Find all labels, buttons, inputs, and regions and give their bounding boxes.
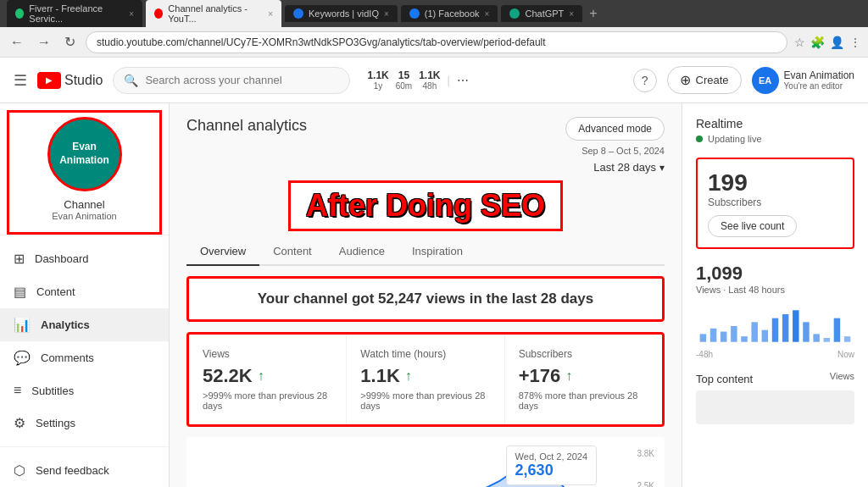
user-avatar[interactable]: EA Evan Animation You're an editor	[752, 67, 854, 94]
sidebar-item-analytics-label: Analytics	[41, 318, 90, 331]
sidebar-item-dashboard[interactable]: ⊞ Dashboard	[0, 242, 169, 275]
sidebar-item-subtitles[interactable]: ≡ Subtitles	[0, 374, 169, 407]
tab-overview[interactable]: Overview	[186, 238, 259, 266]
metrics-row: Views 52.2K ↑ >999% more than previous 2…	[186, 332, 665, 427]
hamburger-menu[interactable]: ☰	[14, 71, 27, 90]
url-bar[interactable]: studio.youtube.com/channel/UCy7E-XOMRn3w…	[86, 31, 787, 53]
tab-keywords[interactable]: Keywords | vidIQ ×	[285, 5, 398, 22]
top-content-placeholder	[696, 390, 854, 424]
stat-60m: 15 60m	[396, 69, 412, 91]
metric-views-value: 52.2K ↑	[203, 365, 332, 387]
tab-fb-label: (1) Facebook	[425, 8, 480, 19]
forward-button[interactable]: →	[34, 31, 54, 53]
star-icon[interactable]: ☆	[794, 36, 805, 49]
stats-divider: |	[448, 74, 450, 86]
yt-header: ☰ Studio 🔍 1.1K 1y 15 60m 1.1K 48h | ⋯	[0, 58, 868, 103]
tab-fiverr-label: Fiverr - Freelance Servic...	[29, 3, 124, 24]
tab-inspiration[interactable]: Inspiration	[398, 238, 476, 266]
metric-watch-time: Watch time (hours) 1.1K ↑ >999% more tha…	[347, 335, 504, 424]
subscribers-box: 199 Subscribers See live count	[696, 158, 854, 249]
tab-fiverr-close[interactable]: ×	[129, 9, 134, 19]
seo-overlay-text: After Doing SEO	[288, 180, 563, 231]
svg-rect-6	[751, 322, 757, 341]
views-48h-section: 1,099 Views · Last 48 hours	[696, 263, 854, 295]
sidebar-item-analytics[interactable]: 📊 Analytics	[0, 308, 169, 341]
svg-rect-2	[710, 329, 716, 342]
tab-audience[interactable]: Audience	[326, 238, 398, 266]
channel-info-section: Evan Animation Channel Evan Animation	[0, 103, 169, 235]
sidebar-footer: ⬡ Send feedback 🔍 Search	[0, 446, 169, 487]
help-button[interactable]: ?	[633, 69, 657, 92]
url-text: studio.youtube.com/channel/UCy7E-XOMRn3w…	[97, 36, 546, 48]
menu-icon[interactable]: ⋮	[849, 36, 861, 49]
sidebar-item-settings[interactable]: ⚙ Settings	[0, 407, 169, 440]
tab-content[interactable]: Content	[259, 238, 326, 266]
mini-chart-svg	[696, 305, 854, 347]
create-button[interactable]: ⊕ Create	[667, 66, 742, 94]
yt-studio-logo[interactable]: Studio	[37, 72, 103, 89]
tab-yt-close[interactable]: ×	[268, 9, 273, 19]
metric-subs-label: Subscribers	[519, 348, 648, 360]
period-selector[interactable]: Last 28 days ▾	[593, 161, 665, 174]
chart-area: Wed, Oct 2, 2024 2,630	[186, 437, 665, 487]
tab-yt-analytics[interactable]: Channel analytics - YouT... ×	[146, 0, 281, 27]
stat-60m-label: 60m	[396, 81, 412, 91]
tab-facebook[interactable]: (1) Facebook ×	[401, 5, 498, 22]
tab-fiverr[interactable]: Fiverr - Freelance Servic... ×	[7, 0, 142, 27]
svg-rect-9	[782, 314, 788, 342]
metric-subs-change: 878% more than previous 28 days	[519, 390, 648, 411]
metric-subscribers: Subscribers +176 ↑ 878% more than previo…	[505, 335, 662, 424]
tab-keywords-close[interactable]: ×	[384, 9, 389, 19]
top-content-header: Top content Views	[696, 366, 854, 385]
settings-icon: ⚙	[14, 415, 25, 431]
see-live-count-button[interactable]: See live count	[708, 215, 797, 237]
profile-icon[interactable]: 👤	[830, 36, 844, 49]
stats-options-icon[interactable]: ⋯	[457, 74, 469, 87]
subtitles-icon: ≡	[14, 383, 21, 398]
sidebar-item-send-feedback-label: Send feedback	[36, 464, 109, 477]
tab-fb-close[interactable]: ×	[485, 9, 490, 19]
mini-chart: -48h Now	[696, 305, 854, 359]
watch-arrow-icon: ↑	[405, 368, 412, 384]
stat-1yr: 1.1K 1y	[367, 69, 388, 91]
right-panel: Realtime Updating live 199 Subscribers S…	[682, 103, 868, 487]
back-button[interactable]: ←	[7, 31, 27, 53]
views-48h-label: Views · Last 48 hours	[696, 285, 854, 295]
sidebar-item-send-feedback[interactable]: ⬡ Send feedback	[0, 454, 169, 487]
channel-avatar-text: Evan Animation	[59, 141, 109, 167]
avatar-initials: EA	[759, 75, 771, 86]
extensions-icon[interactable]: 🧩	[810, 36, 825, 49]
stat-60m-value: 15	[398, 69, 409, 81]
sidebar-item-content[interactable]: ▤ Content	[0, 275, 169, 308]
dashboard-icon: ⊞	[14, 251, 25, 267]
user-role: You're an editor	[784, 81, 854, 91]
sidebar-item-subtitles-label: Subtitles	[31, 385, 74, 397]
stat-48h-label: 48h	[423, 81, 437, 91]
chatgpt-favicon	[509, 8, 520, 19]
top-content-views-col: Views	[830, 371, 854, 381]
header-stats: 1.1K 1y 15 60m 1.1K 48h | ⋯	[367, 69, 469, 91]
new-tab-button[interactable]: +	[589, 6, 597, 21]
studio-text: Studio	[64, 73, 103, 88]
metric-watch-label: Watch time (hours)	[360, 348, 490, 360]
svg-rect-12	[813, 334, 819, 341]
top-content-title: Top content	[696, 373, 753, 385]
browser-toolbar: ← → ↻ studio.youtube.com/channel/UCy7E-X…	[0, 27, 868, 58]
header-search-bar[interactable]: 🔍	[113, 67, 350, 94]
svg-rect-10	[793, 310, 798, 341]
stat-48h: 1.1K 48h	[419, 69, 440, 91]
tab-chatgpt-close[interactable]: ×	[569, 9, 574, 19]
channel-name: Channel	[64, 198, 104, 211]
search-input[interactable]	[145, 74, 339, 86]
chart-y-2.5k: 2.5K	[637, 481, 654, 487]
analytics-content-area: Channel analytics Advanced mode Sep 8 – …	[170, 103, 682, 487]
metric-subs-value: +176 ↑	[519, 365, 648, 387]
period-value: Last 28 days	[593, 161, 656, 174]
metric-views-label: Views	[203, 348, 332, 360]
sidebar-item-comments[interactable]: 💬 Comments	[0, 341, 169, 374]
svg-rect-8	[772, 318, 778, 342]
tab-chatgpt[interactable]: ChatGPT ×	[501, 5, 582, 22]
browser-icons: ☆ 🧩 👤 ⋮	[794, 36, 861, 49]
advanced-mode-button[interactable]: Advanced mode	[565, 117, 665, 141]
refresh-button[interactable]: ↻	[61, 30, 79, 53]
